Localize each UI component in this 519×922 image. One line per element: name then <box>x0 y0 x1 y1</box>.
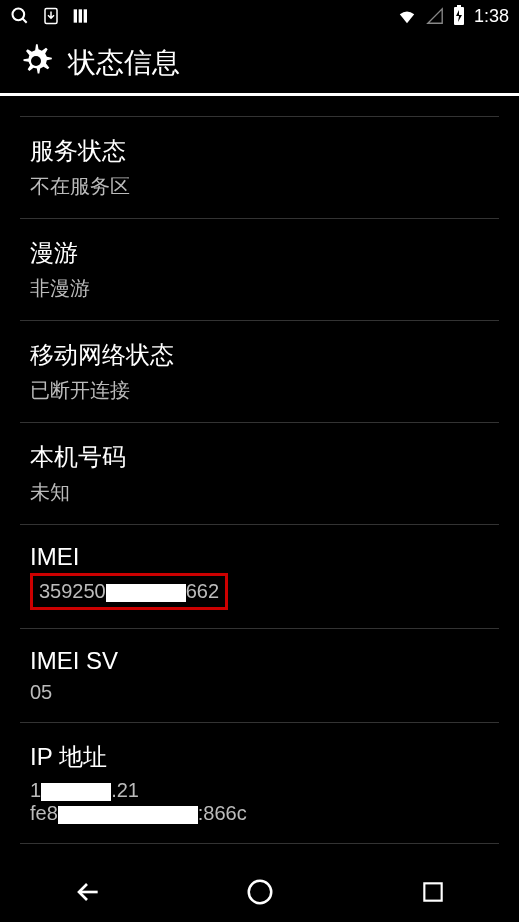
item-value: 不在服务区 <box>30 173 489 200</box>
item-title: 漫游 <box>30 237 489 269</box>
svg-rect-4 <box>79 9 82 22</box>
wifi-icon <box>396 7 418 25</box>
svg-rect-5 <box>84 9 87 22</box>
svg-point-8 <box>31 56 41 66</box>
app-header: 状态信息 <box>0 32 519 96</box>
svg-point-10 <box>248 881 271 904</box>
item-title: 本机号码 <box>30 441 489 473</box>
item-value: 05 <box>30 681 489 704</box>
item-title: IP 地址 <box>30 741 489 773</box>
back-button[interactable] <box>67 872 107 912</box>
redacted-segment <box>58 806 198 824</box>
list-item-ip-address[interactable]: IP 地址 1.21 fe8:866c <box>20 723 499 844</box>
list-item-service-status[interactable]: 服务状态 不在服务区 <box>20 116 499 219</box>
highlight-box: 359250662 <box>30 573 228 610</box>
list-item-roaming[interactable]: 漫游 非漫游 <box>20 219 499 321</box>
search-icon <box>10 6 30 26</box>
download-icon <box>42 7 60 25</box>
item-value: 未知 <box>30 479 489 506</box>
item-title: IMEI <box>30 543 489 571</box>
recent-apps-button[interactable] <box>413 872 453 912</box>
list-item-imei-sv[interactable]: IMEI SV 05 <box>20 629 499 723</box>
item-value: 359250662 <box>39 580 219 602</box>
signal-icon <box>426 7 444 25</box>
list-item-phone-number[interactable]: 本机号码 未知 <box>20 423 499 525</box>
item-value: 1.21 fe8:866c <box>30 779 489 825</box>
bars-icon <box>72 7 92 25</box>
settings-list: 服务状态 不在服务区 漫游 非漫游 移动网络状态 已断开连接 本机号码 未知 I… <box>0 116 519 922</box>
svg-rect-11 <box>424 883 441 900</box>
page-title: 状态信息 <box>68 44 180 82</box>
item-title: 服务状态 <box>30 135 489 167</box>
gear-icon <box>16 41 56 85</box>
battery-charging-icon <box>452 5 466 27</box>
status-bar: 1:38 <box>0 0 519 32</box>
svg-point-0 <box>13 9 25 21</box>
clock-time: 1:38 <box>474 6 509 27</box>
list-item-imei[interactable]: IMEI 359250662 <box>20 525 499 629</box>
item-title: IMEI SV <box>30 647 489 675</box>
redacted-segment <box>106 584 186 602</box>
item-value: 已断开连接 <box>30 377 489 404</box>
navigation-bar <box>0 862 519 922</box>
svg-rect-7 <box>457 5 461 7</box>
item-value: 非漫游 <box>30 275 489 302</box>
redacted-segment <box>41 783 111 801</box>
home-button[interactable] <box>240 872 280 912</box>
svg-line-1 <box>23 19 27 23</box>
svg-rect-3 <box>74 9 77 22</box>
list-item-mobile-network[interactable]: 移动网络状态 已断开连接 <box>20 321 499 423</box>
item-title: 移动网络状态 <box>30 339 489 371</box>
